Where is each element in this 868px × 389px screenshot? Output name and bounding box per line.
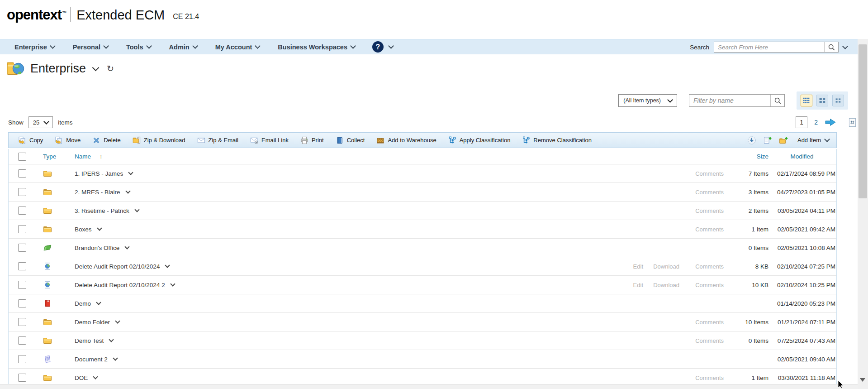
remove-classification-button[interactable]: Remove Classification [516,133,598,148]
nav-my-account[interactable]: My Account [206,43,269,51]
download-all-button[interactable] [747,136,756,145]
row-checkbox[interactable] [18,336,26,345]
item-menu-chevron-icon[interactable] [125,188,130,193]
goto-page-button[interactable] [849,118,856,127]
row-checkbox[interactable] [18,244,26,252]
column-header-modified[interactable]: Modified [768,153,836,160]
select-all-checkbox[interactable] [18,153,26,161]
column-header-type[interactable]: Type [36,153,64,160]
item-menu-chevron-icon[interactable] [115,318,120,323]
edit-link[interactable]: Edit [617,263,643,270]
column-header-size[interactable]: Size [724,153,768,160]
nav-tools[interactable]: Tools [117,43,160,51]
search-options-chevron-icon[interactable] [842,43,848,49]
row-checkbox[interactable] [18,225,26,233]
page-1-current[interactable]: 1 [796,116,807,128]
comments-link[interactable]: Comments [679,263,724,270]
row-checkbox[interactable] [18,355,26,363]
email-link-button[interactable]: Email Link [244,133,294,148]
page-2-link[interactable]: 2 [813,119,819,126]
row-checkbox[interactable] [18,262,26,270]
item-name-link[interactable]: Demo Test [75,337,104,344]
delete-button[interactable]: Delete [86,133,127,148]
item-name-link[interactable]: Demo [75,300,91,307]
detail-view-button[interactable] [801,95,812,106]
nav-admin[interactable]: Admin [160,43,206,51]
item-type-select[interactable]: (All item types) [618,94,677,107]
item-menu-chevron-icon[interactable] [134,207,139,212]
add-item-button[interactable]: Add Item [797,137,829,144]
item-size: 8 KB [724,263,768,270]
help-icon[interactable]: ? [372,41,384,53]
vertical-scrollbar[interactable] [858,39,868,389]
name-filter-input[interactable] [689,95,770,106]
row-checkbox[interactable] [18,281,26,289]
item-menu-chevron-icon[interactable] [113,355,118,360]
column-header-name[interactable]: Name [75,153,91,160]
add-item-label: Add Item [797,137,821,144]
item-name-link[interactable]: 3. Risetime - Patrick [75,207,129,214]
download-link[interactable]: Download [643,282,679,288]
item-name-link[interactable]: Delete Audit Report 02/10/2024 2 [75,282,165,288]
comments-link[interactable]: Comments [679,337,724,344]
search-input[interactable] [714,42,824,52]
tile-view-button[interactable] [816,95,828,106]
item-name-link[interactable]: Delete Audit Report 02/10/2024 [75,263,160,270]
print-button[interactable]: Print [294,133,330,148]
row-checkbox[interactable] [18,188,26,196]
nav-business-workspaces[interactable]: Business Workspaces [269,43,364,51]
item-name-link[interactable]: Brandon's Office [75,245,119,251]
nav-help[interactable]: ? [364,41,401,53]
collect-button[interactable]: Collect [330,133,371,148]
item-name-link[interactable]: DOE [75,375,88,381]
row-checkbox[interactable] [18,299,26,307]
title-menu-chevron-icon[interactable] [92,64,100,71]
item-name-link[interactable]: Document 2 [75,356,108,363]
next-page-button[interactable] [825,118,836,127]
zip-download-button[interactable]: Zip & Download [127,133,191,148]
item-menu-chevron-icon[interactable] [128,170,133,175]
page-size-select[interactable]: 25 [28,116,53,128]
apply-classification-button[interactable]: Apply Classification [442,133,517,148]
add-document-button[interactable] [763,136,772,145]
compact-tile-view-button[interactable] [832,95,844,106]
item-name-link[interactable]: 1. IPERS - James [75,170,123,177]
button-label: Delete [104,137,121,144]
item-name-link[interactable]: Demo Folder [75,319,110,326]
row-checkbox[interactable] [18,374,26,382]
item-name-link[interactable]: 2. MRES - Blaire [75,189,120,196]
add-folder-button[interactable] [779,136,788,145]
comments-link[interactable]: Comments [679,319,724,326]
sort-ascending-icon[interactable]: ↑ [100,153,103,160]
comments-link[interactable]: Comments [679,170,724,177]
name-filter-search-button[interactable] [770,95,784,106]
comments-link[interactable]: Comments [679,189,724,196]
refresh-icon[interactable]: ↻ [107,64,114,73]
item-menu-chevron-icon[interactable] [109,337,114,342]
scrollbar-down-arrow[interactable] [860,378,865,382]
item-menu-chevron-icon[interactable] [96,300,101,305]
nav-enterprise[interactable]: Enterprise [5,43,64,51]
scrollbar-thumb[interactable] [859,44,867,198]
comments-link[interactable]: Comments [679,207,724,214]
item-name-link[interactable]: Boxes [75,226,92,233]
comments-link[interactable]: Comments [679,282,724,288]
comments-link[interactable]: Comments [679,375,724,381]
item-menu-chevron-icon[interactable] [93,374,98,379]
row-checkbox[interactable] [18,318,26,326]
copy-button[interactable]: Copy [12,133,49,148]
zip-email-button[interactable]: Zip & Email [191,133,244,148]
search-button[interactable] [824,42,838,52]
edit-link[interactable]: Edit [617,282,643,288]
row-checkbox[interactable] [18,207,26,215]
comments-link[interactable]: Comments [679,226,724,233]
add-to-warehouse-button[interactable]: Add to Warehouse [370,133,442,148]
item-menu-chevron-icon[interactable] [170,281,175,286]
nav-personal[interactable]: Personal [64,43,117,51]
move-button[interactable]: Move [49,133,86,148]
item-menu-chevron-icon[interactable] [124,244,129,249]
row-checkbox[interactable] [18,169,26,178]
item-menu-chevron-icon[interactable] [165,263,170,268]
download-link[interactable]: Download [643,263,679,270]
item-menu-chevron-icon[interactable] [97,226,102,231]
